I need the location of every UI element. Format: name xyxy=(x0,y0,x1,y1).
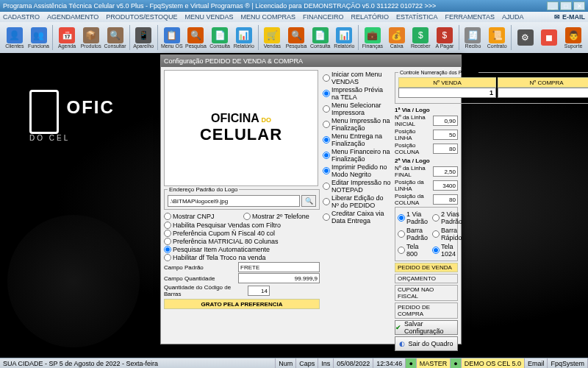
status-email[interactable]: Email xyxy=(525,358,548,368)
section-orcamento[interactable]: ORÇAMENTO xyxy=(395,274,458,283)
toolbar-pesquisa[interactable]: 🔍Pesquisa xyxy=(284,24,308,52)
toolbar-produtos[interactable]: 📦Produtos xyxy=(79,24,103,52)
radio-pesquisa-auto[interactable] xyxy=(164,246,171,253)
toolbar-clientes[interactable]: 👤Clientes xyxy=(3,24,26,52)
radio-creditar-caixa[interactable] xyxy=(323,213,330,221)
radio-cupom40[interactable] xyxy=(164,230,171,237)
radio-entrega-finalizacao[interactable] xyxy=(323,136,330,144)
toolbar-icon: 📊 xyxy=(236,27,252,43)
menu-financeiro[interactable]: FINANCEIRO xyxy=(303,13,344,21)
toolbar-btn20[interactable]: ⚙ xyxy=(514,24,537,52)
toolbar-icon: 👤 xyxy=(7,27,23,43)
radio-tela1024[interactable] xyxy=(432,247,440,254)
status-led1: ● xyxy=(406,358,416,368)
toolbar-caixa[interactable]: 💰Caixa xyxy=(385,24,409,52)
num-compra-input[interactable] xyxy=(498,88,588,98)
radio-matricial80[interactable] xyxy=(164,238,171,245)
menu-cadastro[interactable]: CADASTRO xyxy=(3,13,40,21)
radio-liberar-edicao[interactable] xyxy=(323,198,330,205)
radio-barra-padrao[interactable] xyxy=(398,230,405,238)
via2-linha-final[interactable] xyxy=(433,166,458,177)
menu-vendas[interactable]: MENU VENDAS xyxy=(185,13,234,21)
status-fpq[interactable]: FpqSystem xyxy=(548,358,588,368)
phone-icon xyxy=(29,90,59,134)
via1-pos-linha[interactable] xyxy=(433,130,458,140)
radio-2vias[interactable] xyxy=(432,214,440,222)
browse-button[interactable]: 🔍 xyxy=(301,195,316,207)
menu-ajuda[interactable]: AJUDA xyxy=(502,13,524,21)
radio-negrito[interactable] xyxy=(323,167,330,174)
toolbar-vendas[interactable]: 🛒Vendas xyxy=(261,24,284,52)
check-icon: ✔ xyxy=(395,324,401,331)
config-dialog: Configuração PEDIDO DE VENDA & COMPRA OF… xyxy=(160,54,462,344)
toolbar-relatório[interactable]: 📊Relatório xyxy=(333,24,356,52)
toolbar-relatório[interactable]: 📊Relatório xyxy=(232,24,256,52)
menu-ferramentas[interactable]: FERRAMENTAS xyxy=(445,13,495,21)
menu-estatistica[interactable]: ESTATÍSTICA xyxy=(396,13,438,21)
toolbar-consulta[interactable]: 📄Consulta xyxy=(208,24,232,52)
toolbar-receber[interactable]: $Receber xyxy=(409,24,432,52)
via2-pos-coluna[interactable] xyxy=(433,194,458,205)
toolbar-contrato[interactable]: 📜Contrato xyxy=(485,24,509,52)
via1-pos-coluna[interactable] xyxy=(433,144,458,154)
toolbar-agenda[interactable]: 📅Agenda xyxy=(55,24,79,52)
qtd-barras-input[interactable] xyxy=(248,286,270,296)
radio-notepad[interactable] xyxy=(323,183,330,190)
toolbar-consulta[interactable]: 📄Consulta xyxy=(309,24,332,52)
toolbar-btn21[interactable]: ◼ xyxy=(538,24,562,52)
radio-previa-tela[interactable] xyxy=(323,90,330,97)
radio-1via[interactable] xyxy=(398,214,405,222)
salvar-button[interactable]: ✔Salvar Configuração xyxy=(395,320,458,335)
toolbar-menu os[interactable]: 📋Menu OS xyxy=(160,24,184,52)
toolbar-a pagar[interactable]: $A Pagar xyxy=(433,24,456,52)
campo-padrao-input[interactable] xyxy=(238,262,320,272)
toolbar-aparelho[interactable]: 📱Aparelho xyxy=(132,24,155,52)
toolbar-consultar[interactable]: 🔍Consultar xyxy=(104,24,127,52)
toolbar-funciona[interactable]: 👥Funciona xyxy=(27,24,51,52)
toolbar-icon: 📄 xyxy=(312,27,329,43)
menu-agendamento[interactable]: AGENDAMENTO xyxy=(47,13,98,21)
radio-iniciar-vendas[interactable] xyxy=(323,74,330,82)
section-cupom[interactable]: CUPOM NAO FISCAL xyxy=(395,285,458,301)
num-compra-hdr: Nº COMPRA xyxy=(498,77,588,88)
radio-tela-troco[interactable] xyxy=(164,254,171,261)
email-button[interactable]: ✉ E-MAIL xyxy=(554,13,585,21)
maximize-button[interactable]: □ xyxy=(560,1,572,10)
radio-sel-impressora[interactable] xyxy=(323,105,330,113)
via1-linha-inicial[interactable] xyxy=(433,116,458,126)
qtd-barras-label: Quantidade do Código de Barras xyxy=(164,284,245,297)
radio-cnpj[interactable] xyxy=(164,213,171,220)
via2-header: 2ª Via / Logo xyxy=(395,158,458,164)
close-button[interactable]: ✕ xyxy=(573,1,585,10)
toolbar-icon: 📜 xyxy=(489,27,505,43)
bg-text-2: DO CEL xyxy=(29,134,115,142)
logo-path-input[interactable] xyxy=(168,195,300,207)
toolbar-pesquisa[interactable]: 🔍Pesquisa xyxy=(184,24,208,52)
statusbar: SUA CIDADE - SP 5 de Agosto de 2022 - Se… xyxy=(0,358,588,368)
section-compra[interactable]: PEDIDO DE COMPRA xyxy=(395,302,458,319)
menu-compras[interactable]: MENU COMPRAS xyxy=(241,13,296,21)
toolbar-icon: 📅 xyxy=(59,27,75,43)
minimize-button[interactable]: _ xyxy=(547,1,559,10)
section-venda[interactable]: PEDIDO DE VENDA xyxy=(395,263,458,272)
toolbar-finanças[interactable]: 💼Finanças xyxy=(361,24,384,52)
sair-button[interactable]: ◐Sair do Quadro xyxy=(395,336,458,351)
radio-barra-rapido[interactable] xyxy=(432,230,440,238)
num-venda-input[interactable] xyxy=(398,88,496,98)
radio-telefone2[interactable] xyxy=(243,213,251,220)
radio-impr-finalizacao[interactable] xyxy=(323,121,330,128)
status-caps: Caps xyxy=(296,358,318,368)
toolbar-icon: $ xyxy=(412,27,429,43)
toolbar-icon: 🧾 xyxy=(465,27,481,43)
toolbar-icon: 💼 xyxy=(365,27,381,43)
radio-financeiro-finalizacao[interactable] xyxy=(323,152,330,159)
radio-pesquisa-filtro[interactable] xyxy=(164,222,171,229)
menu-produtos[interactable]: PRODUTOS/ESTOQUE xyxy=(106,13,177,21)
campo-qtd-input[interactable] xyxy=(238,273,320,283)
radio-tela800[interactable] xyxy=(398,247,405,254)
menu-relatorio[interactable]: RELATÓRIO xyxy=(351,13,389,21)
campo-qtd-label: Campo Quantidade xyxy=(164,275,235,282)
toolbar-recibo[interactable]: 🧾Recibo xyxy=(462,24,485,52)
toolbar-suporte[interactable]: 👨Suporte xyxy=(562,24,585,52)
via2-pos-linha[interactable] xyxy=(433,180,458,191)
